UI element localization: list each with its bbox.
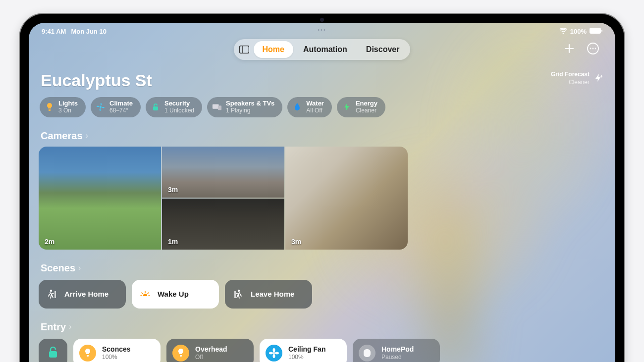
chip-label: Security [164,100,194,107]
camera-timestamp: 3m [291,238,301,246]
svg-rect-15 [140,296,151,299]
entry-status: Off [195,354,227,361]
device-camera [320,18,324,22]
entry-ceiling-fan[interactable]: Ceiling Fan100% [260,339,347,362]
chevron-right-icon: › [78,263,81,272]
scene-arrive-home[interactable]: Arrive Home [39,280,126,309]
svg-point-22 [273,354,275,358]
svg-point-16 [238,290,240,292]
chip-status: 68–74° [109,107,133,114]
camera-backyard[interactable]: 2m [39,147,161,250]
tab-automation[interactable]: Automation [294,41,356,58]
chip-speakers[interactable]: Speakers & TVs1 Playing [207,97,282,117]
svg-point-19 [273,352,275,354]
lightbulb-icon [79,345,96,362]
scene-label: Wake Up [158,290,189,298]
lightbulb-icon [172,345,189,362]
status-time: 9:41 AM [42,28,66,35]
svg-rect-18 [49,351,57,358]
svg-rect-13 [54,291,56,298]
svg-point-5 [590,48,591,50]
svg-rect-1 [601,30,602,32]
entry-overhead[interactable]: OverheadOff [166,339,254,362]
svg-rect-2 [239,46,249,53]
fan-icon [266,345,282,362]
entry-lock[interactable] [39,339,67,362]
homepod-icon [359,345,376,362]
svg-rect-24 [364,349,371,357]
person-leave-icon [233,289,244,300]
tab-home[interactable]: Home [254,41,293,58]
entry-status: 100% [102,354,131,361]
chip-status: Cleaner [356,107,377,114]
scene-leave-home[interactable]: Leave Home [225,280,312,309]
chip-energy[interactable]: EnergyCleaner [337,97,385,117]
camera-living-room[interactable]: 3m [285,147,408,250]
scene-label: Leave Home [251,290,294,298]
tv-speaker-icon [212,102,222,112]
chip-label: Water [306,100,324,107]
sunrise-icon [140,289,151,300]
chip-status: All Off [306,107,324,114]
tab-discover[interactable]: Discover [357,41,409,58]
water-drop-icon [292,102,302,112]
chip-lights[interactable]: Lights3 On [40,97,86,117]
entry-label: Ceiling Fan [288,345,325,354]
bolt-icon [593,73,603,84]
camera-garage[interactable]: 1m [162,199,284,250]
lock-icon [48,346,58,360]
status-date: Mon Jun 10 [71,28,107,35]
ipad-frame: ••• 9:41 AM Mon Jun 10 100% [20,14,624,362]
section-header-cameras[interactable]: Cameras › [39,130,605,142]
svg-point-12 [50,290,52,292]
section-title: Cameras [41,130,83,142]
chip-water[interactable]: WaterAll Off [287,97,332,117]
chevron-right-icon: › [69,322,71,331]
grid-forecast[interactable]: Grid Forecast Cleaner [551,71,603,86]
entry-label: Overhead [195,345,227,354]
entry-homepod[interactable]: HomePodPaused [353,339,440,362]
chip-status: 1 Playing [226,107,274,114]
section-header-scenes[interactable]: Scenes › [39,262,605,274]
scene-wake-up[interactable]: Wake Up [132,280,219,309]
chip-label: Speakers & TVs [226,100,274,107]
battery-icon [590,28,602,35]
svg-point-6 [592,48,594,50]
svg-point-8 [100,106,102,108]
section-header-entry[interactable]: Entry › [39,321,605,333]
chip-climate[interactable]: Climate68–74° [91,97,141,117]
wifi-icon [559,28,567,35]
battery-percent: 100% [570,28,587,35]
chip-status: 3 On [58,107,78,114]
tab-bar: Home Automation Discover [234,39,411,60]
entry-status: 100% [288,354,325,361]
chip-security[interactable]: Security1 Unlocked [146,97,202,117]
grid-forecast-label: Grid Forecast [551,71,590,79]
entry-sconces[interactable]: Sconces100% [73,339,161,362]
svg-rect-9 [153,106,158,110]
entry-status: Paused [381,354,414,361]
section-title: Scenes [41,262,75,274]
sidebar-toggle-button[interactable] [236,41,253,58]
svg-rect-0 [590,28,601,34]
status-chips: Lights3 On Climate68–74° Security1 Unloc… [39,97,605,117]
camera-timestamp: 3m [168,186,178,194]
camera-driveway[interactable]: 3m [162,147,284,198]
more-button[interactable] [586,41,600,56]
svg-point-21 [275,352,279,354]
multitask-dots-icon[interactable]: ••• [318,27,326,33]
svg-rect-17 [234,291,236,298]
entry-label: Sconces [102,345,131,354]
chip-label: Climate [109,100,133,107]
camera-timestamp: 1m [168,238,178,246]
chip-label: Lights [58,100,78,107]
bolt-icon [342,102,352,112]
add-button[interactable] [562,41,577,56]
svg-rect-11 [218,106,221,110]
person-arrive-icon [47,289,57,300]
cameras-grid: 2m 3m 3m 1m [39,147,408,250]
grid-forecast-status: Cleaner [551,79,590,87]
screen: ••• 9:41 AM Mon Jun 10 100% [29,23,615,362]
home-title: Eucalyptus St [41,71,152,90]
scenes-row: Arrive Home Wake Up Leave Home [39,280,605,309]
